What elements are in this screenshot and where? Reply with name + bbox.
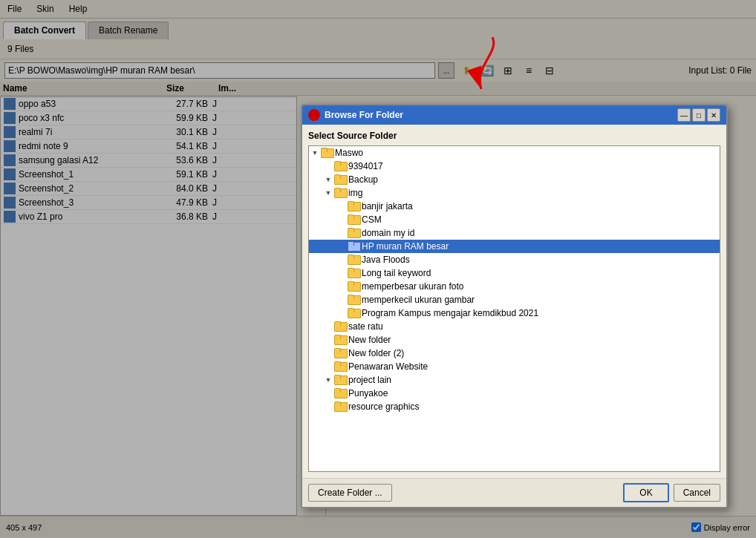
folder-label: HP muran RAM besar (362, 241, 449, 252)
folder-icon (348, 214, 359, 225)
folder-icon (334, 161, 346, 171)
tree-expander[interactable] (336, 227, 348, 239)
dialog-body: Select Source Folder ▼ Maswo 9394017 ▼ B… (302, 125, 726, 478)
dialog-title-text: Browse For Folder (325, 110, 403, 120)
tree-expander[interactable] (336, 307, 348, 319)
folder-label: domain my id (362, 228, 414, 238)
list-item[interactable]: resource graphics (309, 400, 720, 413)
list-item[interactable]: ▼ project lain (309, 373, 720, 387)
folder-icon (348, 268, 359, 278)
tree-expander[interactable] (336, 294, 348, 306)
folder-label: project lain (348, 375, 391, 385)
folder-label: Maswo (335, 148, 363, 158)
dialog-close-button[interactable]: ✕ (707, 108, 720, 122)
list-item[interactable]: Java Floods (309, 253, 720, 266)
dialog-titlebar: Browse For Folder — □ ✕ (302, 105, 726, 125)
create-folder-button[interactable]: Create Folder ... (308, 484, 392, 502)
list-item[interactable]: ▼ Maswo (309, 146, 720, 160)
folder-label: New folder (348, 335, 391, 345)
tree-expander[interactable]: ▼ (322, 187, 334, 199)
folder-label: Penawaran Website (348, 361, 428, 372)
list-item[interactable]: memperkecil ukuran gambar (309, 293, 720, 306)
folder-icon (348, 241, 359, 252)
browse-for-folder-dialog: Browse For Folder — □ ✕ Select Source Fo… (301, 104, 728, 508)
folder-icon (348, 201, 359, 211)
dialog-maximize-button[interactable]: □ (692, 108, 706, 122)
list-item[interactable]: Program Kampus mengajar kemdikbud 2021 (309, 306, 720, 320)
tree-expander[interactable]: ▼ (322, 174, 334, 186)
folder-icon (334, 375, 346, 385)
folder-label: Program Kampus mengajar kemdikbud 2021 (362, 308, 538, 318)
dialog-title-left: Browse For Folder (308, 109, 403, 121)
folder-icon (334, 388, 346, 398)
folder-icon (334, 174, 346, 185)
folder-icon (348, 281, 359, 292)
tree-expander[interactable] (322, 160, 334, 172)
tree-expander[interactable] (336, 281, 348, 292)
list-item[interactable]: New folder (309, 333, 720, 347)
folder-icon (334, 335, 346, 345)
list-item[interactable]: Long tail keyword (309, 266, 720, 280)
list-item[interactable]: banjir jakarta (309, 200, 720, 213)
list-item[interactable]: ▼ Backup (309, 173, 720, 186)
app-window: File Skin Help Batch Convert Batch Renam… (0, 0, 756, 538)
folder-icon (334, 188, 346, 198)
folder-icon (334, 348, 346, 358)
list-item[interactable]: HP muran RAM besar (309, 240, 720, 253)
folder-label: CSM (362, 214, 382, 225)
folder-label: img (348, 188, 362, 198)
list-item[interactable]: Penawaran Website (309, 360, 720, 373)
folder-icon (334, 361, 346, 372)
folder-label: resource graphics (348, 401, 419, 412)
folder-label: Backup (348, 174, 378, 185)
tree-expander[interactable] (336, 200, 348, 212)
folder-label: memperkecil ukuran gambar (362, 295, 475, 305)
tree-expander[interactable] (336, 214, 348, 226)
list-item[interactable]: New folder (2) (309, 347, 720, 360)
folder-label: banjir jakarta (362, 201, 413, 211)
tree-expander[interactable] (336, 267, 348, 279)
folder-icon (348, 255, 359, 265)
tree-expander[interactable] (336, 254, 348, 266)
folder-label: 9394017 (348, 161, 383, 171)
dialog-ctrl-buttons: — □ ✕ (677, 108, 720, 122)
folder-label: memperbesar ukuran foto (362, 281, 463, 292)
folder-icon (348, 295, 359, 305)
tree-expander[interactable] (322, 401, 334, 413)
folder-icon (348, 308, 359, 318)
tree-expander[interactable] (322, 347, 334, 359)
folder-icon (334, 321, 346, 332)
folder-icon (348, 228, 359, 238)
list-item[interactable]: sate ratu (309, 320, 720, 333)
folder-label: New folder (2) (348, 348, 404, 358)
ok-button[interactable]: OK (623, 483, 668, 502)
list-item[interactable]: CSM (309, 213, 720, 226)
folder-label: Java Floods (362, 255, 410, 265)
folder-tree[interactable]: ▼ Maswo 9394017 ▼ Backup ▼ img banjir ja… (308, 145, 720, 472)
dialog-select-folder-label: Select Source Folder (308, 131, 720, 141)
tree-expander[interactable] (322, 361, 334, 373)
dialog-minimize-button[interactable]: — (677, 108, 691, 122)
list-item[interactable]: Punyakoe (309, 387, 720, 400)
tree-expander[interactable] (322, 321, 334, 332)
tree-expander[interactable] (322, 334, 334, 346)
tree-expander[interactable]: ▼ (322, 374, 334, 386)
folder-label: Punyakoe (348, 388, 388, 398)
tree-expander[interactable]: ▼ (309, 147, 321, 159)
folder-icon (334, 401, 346, 412)
tree-expander[interactable] (322, 387, 334, 399)
folder-label: Long tail keyword (362, 268, 431, 278)
folder-icon (321, 148, 333, 158)
cancel-button[interactable]: Cancel (674, 484, 720, 502)
tree-expander[interactable] (336, 240, 348, 252)
list-item[interactable]: domain my id (309, 226, 720, 240)
list-item[interactable]: memperbesar ukuran foto (309, 280, 720, 293)
folder-label: sate ratu (348, 321, 383, 332)
list-item[interactable]: ▼ img (309, 186, 720, 200)
dialog-footer: Create Folder ... OK Cancel (302, 478, 726, 507)
dialog-app-icon (308, 109, 320, 121)
list-item[interactable]: 9394017 (309, 160, 720, 173)
